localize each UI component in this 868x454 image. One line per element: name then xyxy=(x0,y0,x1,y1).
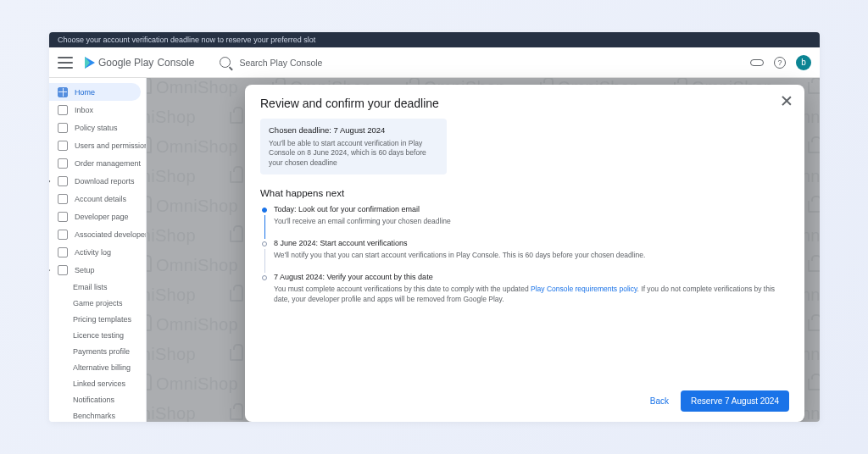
play-icon xyxy=(85,57,95,69)
help-icon[interactable]: ? xyxy=(774,57,786,69)
sidebar-item-games[interactable]: Game projects xyxy=(49,295,146,311)
search-icon xyxy=(220,57,231,68)
sidebar-item-downloads[interactable]: Download reports xyxy=(49,172,146,190)
banner-text: Choose your account verification deadlin… xyxy=(58,36,315,44)
brand-logo[interactable]: Google Play Console xyxy=(85,57,194,69)
timeline-dot-icon xyxy=(262,275,267,280)
sidebar-item-licence[interactable]: Licence testing xyxy=(49,327,146,343)
timeline-step-deadline: 7 August 2024: Verify your account by th… xyxy=(262,273,789,317)
home-icon xyxy=(58,87,68,97)
modal-title: Review and confirm your deadline xyxy=(260,97,789,110)
users-icon xyxy=(58,141,68,151)
orders-icon xyxy=(58,158,68,169)
sidebar-item-benchmarks[interactable]: Benchmarks xyxy=(49,407,146,422)
sidebar-item-altbilling[interactable]: Alternative billing xyxy=(49,359,146,375)
sidebar-item-setup[interactable]: Setup xyxy=(49,261,146,279)
search-placeholder: Search Play Console xyxy=(239,58,322,68)
sidebar-item-policy[interactable]: Policy status xyxy=(49,119,146,136)
infobox-body: You'll be able to start account verifica… xyxy=(269,139,438,168)
infobox-title: Chosen deadline: 7 August 2024 xyxy=(269,125,438,135)
hamburger-icon[interactable] xyxy=(58,57,73,69)
link-icon[interactable] xyxy=(750,59,764,66)
main-area: OmniShopOmniShopOmniShopOmniShopOmniShop… xyxy=(147,78,820,422)
page-icon xyxy=(58,212,68,222)
modal-footer: Back Reserve 7 August 2024 xyxy=(260,390,789,412)
sidebar-item-associated[interactable]: Associated developer accounts xyxy=(49,225,146,243)
sidebar-item-payments[interactable]: Payments profile xyxy=(49,343,146,359)
back-button[interactable]: Back xyxy=(650,396,669,406)
link-icon xyxy=(58,230,68,240)
timeline-step-today: Today: Look out for your confirmation em… xyxy=(262,205,789,239)
avatar[interactable]: b xyxy=(796,55,811,70)
deadline-modal: Review and confirm your deadline Chosen … xyxy=(245,85,804,422)
sidebar-item-orders[interactable]: Order management xyxy=(49,154,146,172)
search-input[interactable]: Search Play Console xyxy=(220,57,322,68)
timeline: Today: Look out for your confirmation em… xyxy=(262,205,789,317)
chevron-down-icon xyxy=(49,266,50,273)
sidebar: Home Inbox Policy status Users and permi… xyxy=(49,78,147,422)
inbox-icon xyxy=(58,105,68,115)
sidebar-item-home[interactable]: Home xyxy=(49,83,141,101)
policy-link[interactable]: Play Console requirements policy xyxy=(531,285,637,293)
sidebar-item-linked[interactable]: Linked services xyxy=(49,375,146,391)
clock-icon xyxy=(58,247,68,257)
sidebar-item-users[interactable]: Users and permissions xyxy=(49,136,146,154)
sidebar-item-activity[interactable]: Activity log xyxy=(49,243,146,261)
sidebar-item-notifications[interactable]: Notifications xyxy=(49,391,146,407)
sidebar-item-pricing[interactable]: Pricing templates xyxy=(49,311,146,327)
close-icon[interactable] xyxy=(781,95,793,107)
sidebar-item-email[interactable]: Email lists xyxy=(49,279,146,295)
sidebar-item-devpage[interactable]: Developer page xyxy=(49,208,146,225)
timeline-step-start: 8 June 2024: Start account verifications… xyxy=(262,239,789,273)
global-banner: Choose your account verification deadlin… xyxy=(49,32,820,47)
timeline-dot-icon xyxy=(262,208,267,213)
sidebar-item-inbox[interactable]: Inbox xyxy=(49,101,146,119)
account-icon xyxy=(58,194,68,204)
sidebar-item-account[interactable]: Account details xyxy=(49,190,146,208)
chosen-deadline-box: Chosen deadline: 7 August 2024 You'll be… xyxy=(260,119,447,174)
gear-icon xyxy=(58,265,68,275)
reserve-button[interactable]: Reserve 7 August 2024 xyxy=(681,390,789,412)
timeline-dot-icon xyxy=(262,241,267,246)
shield-icon xyxy=(58,123,68,133)
app-bar: Google Play Console Search Play Console … xyxy=(49,47,820,78)
download-icon xyxy=(58,176,68,186)
chevron-right-icon xyxy=(49,177,50,184)
section-heading: What happens next xyxy=(260,188,789,198)
